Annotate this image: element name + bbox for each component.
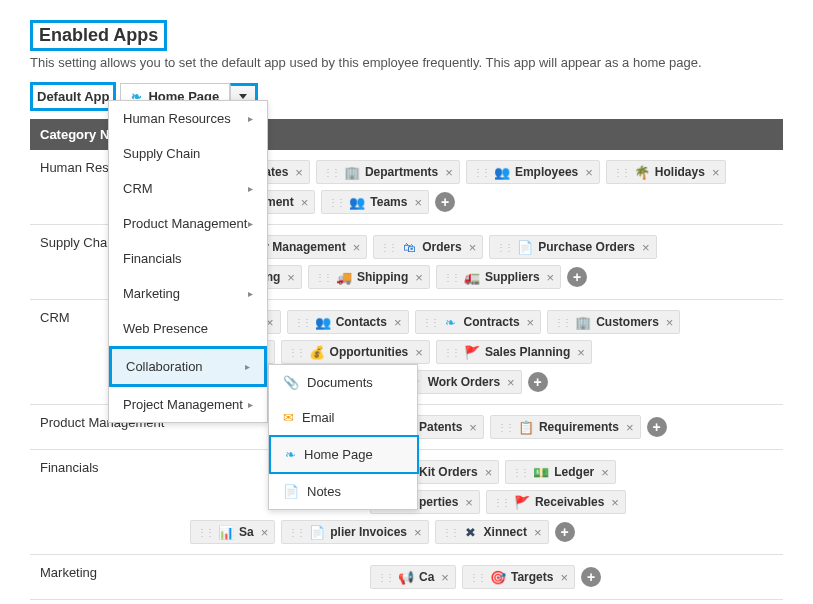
drag-grip-icon: ⋮⋮ — [294, 317, 310, 328]
app-chip[interactable]: ⋮⋮👥Contacts× — [287, 310, 409, 334]
app-chip[interactable]: ⋮⋮💵Ledger× — [505, 460, 616, 484]
app-chip[interactable]: ⋮⋮❧Contracts× — [415, 310, 542, 334]
app-chip[interactable]: ⋮⋮📋Requirements× — [490, 415, 641, 439]
remove-icon[interactable]: × — [577, 345, 585, 360]
remove-icon[interactable]: × — [445, 165, 453, 180]
chip-label: Work Orders — [428, 375, 500, 389]
chip-label: Holidays — [655, 165, 705, 179]
remove-icon[interactable]: × — [301, 195, 309, 210]
app-chip[interactable]: ⋮⋮🎯Targets× — [462, 565, 575, 589]
remove-icon[interactable]: × — [415, 270, 423, 285]
app-chip[interactable]: ⋮⋮📊Sa× — [190, 520, 275, 544]
section-description: This setting allows you to set the defau… — [30, 55, 783, 70]
remove-icon[interactable]: × — [353, 240, 361, 255]
app-icon: 🚛 — [464, 269, 480, 285]
app-chip[interactable]: ⋮⋮🌴Holidays× — [606, 160, 727, 184]
remove-icon[interactable]: × — [601, 465, 609, 480]
remove-icon[interactable]: × — [414, 195, 422, 210]
remove-icon[interactable]: × — [261, 525, 269, 540]
drag-grip-icon: ⋮⋮ — [493, 497, 509, 508]
app-chip[interactable]: ⋮⋮🚚Shipping× — [308, 265, 430, 289]
remove-icon[interactable]: × — [465, 495, 473, 510]
remove-icon[interactable]: × — [547, 270, 555, 285]
menu-item[interactable]: Human Resources▸ — [109, 101, 267, 136]
submenu-item[interactable]: 📎Documents — [269, 365, 419, 400]
remove-icon[interactable]: × — [527, 315, 535, 330]
add-app-button[interactable]: + — [581, 567, 601, 587]
chip-label: Kit Orders — [419, 465, 478, 479]
section-title: Enabled Apps — [30, 20, 167, 51]
remove-icon[interactable]: × — [626, 420, 634, 435]
remove-icon[interactable]: × — [441, 570, 449, 585]
menu-item[interactable]: Product Management▸ — [109, 206, 267, 241]
submenu-item-label: Notes — [307, 484, 341, 499]
app-chip[interactable]: ⋮⋮📄Purchase Orders× — [489, 235, 656, 259]
menu-item[interactable]: CRM▸ — [109, 171, 267, 206]
app-chip[interactable]: ⋮⋮✖Xinnect× — [435, 520, 549, 544]
app-chip[interactable]: ⋮⋮🏢Departments× — [316, 160, 460, 184]
remove-icon[interactable]: × — [295, 165, 303, 180]
remove-icon[interactable]: × — [534, 525, 542, 540]
remove-icon[interactable]: × — [712, 165, 720, 180]
remove-icon[interactable]: × — [414, 525, 422, 540]
drag-grip-icon: ⋮⋮ — [497, 422, 513, 433]
remove-icon[interactable]: × — [666, 315, 674, 330]
chip-label: Ledger — [554, 465, 594, 479]
app-chip[interactable]: ⋮⋮👥Employees× — [466, 160, 600, 184]
remove-icon[interactable]: × — [507, 375, 515, 390]
apps-cell: ⋮⋮📦ntory Management×⋮⋮🛍Orders×⋮⋮📄Purchas… — [180, 225, 783, 300]
app-icon: 👥 — [494, 164, 510, 180]
submenu-item[interactable]: 📄Notes — [269, 474, 419, 509]
app-chip[interactable]: ⋮⋮🚩Receivables× — [486, 490, 626, 514]
collaboration-submenu[interactable]: 📎Documents✉Email❧Home Page📄Notes — [268, 364, 418, 510]
remove-icon[interactable]: × — [469, 420, 477, 435]
menu-item[interactable]: Project Management▸ — [109, 387, 267, 422]
chevron-down-icon — [239, 94, 247, 99]
remove-icon[interactable]: × — [485, 465, 493, 480]
menu-item[interactable]: Supply Chain — [109, 136, 267, 171]
app-icon: 🌴 — [634, 164, 650, 180]
app-chip[interactable]: ⋮⋮🚩Sales Planning× — [436, 340, 592, 364]
remove-icon[interactable]: × — [394, 315, 402, 330]
drag-grip-icon: ⋮⋮ — [443, 347, 459, 358]
menu-item[interactable]: Web Presence — [109, 311, 267, 346]
default-app-label: Default App — [30, 82, 116, 111]
app-chip[interactable]: ⋮⋮📄plier Invoices× — [281, 520, 428, 544]
apps-cell: ⋮⋮👤ndidates×⋮⋮🏢Departments×⋮⋮👥Employees×… — [180, 150, 783, 225]
remove-icon[interactable]: × — [642, 240, 650, 255]
remove-icon[interactable]: × — [415, 345, 423, 360]
remove-icon[interactable]: × — [585, 165, 593, 180]
category-menu[interactable]: Human Resources▸Supply ChainCRM▸Product … — [108, 100, 268, 423]
app-chip[interactable]: ⋮⋮🚛Suppliers× — [436, 265, 561, 289]
add-app-button[interactable]: + — [435, 192, 455, 212]
app-icon: 🎯 — [490, 569, 506, 585]
drag-grip-icon: ⋮⋮ — [554, 317, 570, 328]
add-app-button[interactable]: + — [647, 417, 667, 437]
remove-icon[interactable]: × — [560, 570, 568, 585]
remove-icon[interactable]: × — [611, 495, 619, 510]
app-chip[interactable]: ⋮⋮🏢Customers× — [547, 310, 680, 334]
chip-label: Sa — [239, 525, 254, 539]
add-app-button[interactable]: + — [528, 372, 548, 392]
menu-item[interactable]: Financials — [109, 241, 267, 276]
menu-item[interactable]: Marketing▸ — [109, 276, 267, 311]
drag-grip-icon: ⋮⋮ — [197, 527, 213, 538]
drag-grip-icon: ⋮⋮ — [288, 527, 304, 538]
remove-icon[interactable]: × — [287, 270, 295, 285]
menu-item-label: Human Resources — [123, 111, 231, 126]
app-icon: 📎 — [283, 375, 299, 390]
submenu-item[interactable]: ❧Home Page — [269, 435, 419, 474]
remove-icon[interactable]: × — [469, 240, 477, 255]
app-chip[interactable]: ⋮⋮🛍Orders× — [373, 235, 483, 259]
menu-item[interactable]: Collaboration▸ — [109, 346, 267, 387]
chevron-right-icon: ▸ — [245, 361, 250, 372]
app-chip[interactable]: ⋮⋮💰Opportunities× — [281, 340, 430, 364]
app-chip[interactable]: ⋮⋮📢Ca× — [370, 565, 456, 589]
submenu-item[interactable]: ✉Email — [269, 400, 419, 435]
add-app-button[interactable]: + — [567, 267, 587, 287]
add-app-button[interactable]: + — [555, 522, 575, 542]
category-cell: Marketing — [30, 555, 180, 600]
drag-grip-icon: ⋮⋮ — [443, 272, 459, 283]
app-chip[interactable]: ⋮⋮👥Teams× — [321, 190, 429, 214]
chip-label: Sales Planning — [485, 345, 570, 359]
